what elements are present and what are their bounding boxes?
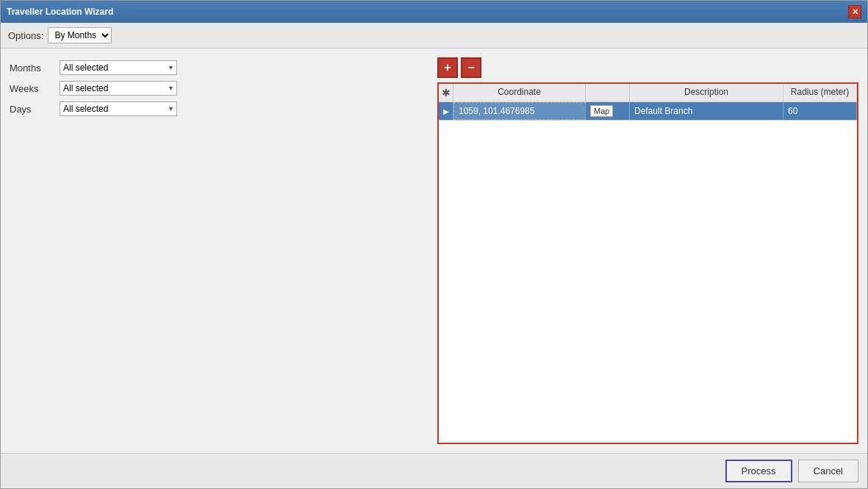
grid-body: ▶ 1059, 101.4676985 Map Default Branch 6… <box>439 102 857 443</box>
action-buttons: + − <box>437 57 858 78</box>
filter-row-weeks: Weeks All selected <box>10 81 428 96</box>
row-description: Default Branch <box>630 102 783 120</box>
months-label: Months <box>10 63 54 74</box>
header-coordinate: Coordinate <box>453 84 586 101</box>
row-map-button-cell: Map <box>586 102 630 120</box>
weeks-label: Weeks <box>10 83 54 94</box>
main-window: Traveller Location Wizard ✕ Options: By … <box>0 0 868 489</box>
weeks-select-wrapper: All selected <box>60 81 177 96</box>
days-select[interactable]: All selected <box>60 101 177 116</box>
toolbar: Options: By Months By Weeks By Days <box>1 23 867 49</box>
map-button[interactable]: Map <box>590 105 613 117</box>
location-grid: ✱ Coordinate Description Radius (meter) … <box>437 82 858 444</box>
process-button[interactable]: Process <box>725 460 792 482</box>
right-panel: + − ✱ Coordinate Description Radius (met… <box>437 57 858 444</box>
weeks-select[interactable]: All selected <box>60 81 177 96</box>
months-select[interactable]: All selected <box>60 60 177 75</box>
add-row-button[interactable]: + <box>437 57 458 78</box>
content-area: Months All selected Weeks All selected D… <box>1 49 867 453</box>
window-title: Traveller Location Wizard <box>7 7 113 17</box>
title-bar: Traveller Location Wizard ✕ <box>1 1 867 23</box>
months-select-wrapper: All selected <box>60 60 177 75</box>
header-radius: Radius (meter) <box>783 84 857 101</box>
table-row[interactable]: ▶ 1059, 101.4676985 Map Default Branch 6… <box>439 102 857 121</box>
filter-row-months: Months All selected <box>10 60 428 75</box>
filter-row-days: Days All selected <box>10 101 428 116</box>
row-coordinate[interactable]: 1059, 101.4676985 <box>453 102 586 120</box>
grid-header: ✱ Coordinate Description Radius (meter) <box>439 84 857 102</box>
remove-row-button[interactable]: − <box>461 57 481 78</box>
header-description: Description <box>630 84 783 101</box>
footer: Process Cancel <box>1 453 867 488</box>
days-label: Days <box>10 104 54 115</box>
row-arrow: ▶ <box>439 102 453 120</box>
cancel-button[interactable]: Cancel <box>798 460 858 482</box>
days-select-wrapper: All selected <box>60 101 177 116</box>
options-label: Options: <box>8 30 43 41</box>
header-map <box>586 84 630 101</box>
left-panel: Months All selected Weeks All selected D… <box>10 57 428 444</box>
options-dropdown[interactable]: By Months By Weeks By Days <box>48 27 112 43</box>
header-star: ✱ <box>439 84 453 101</box>
close-button[interactable]: ✕ <box>848 5 861 18</box>
row-radius: 60 <box>783 102 857 120</box>
